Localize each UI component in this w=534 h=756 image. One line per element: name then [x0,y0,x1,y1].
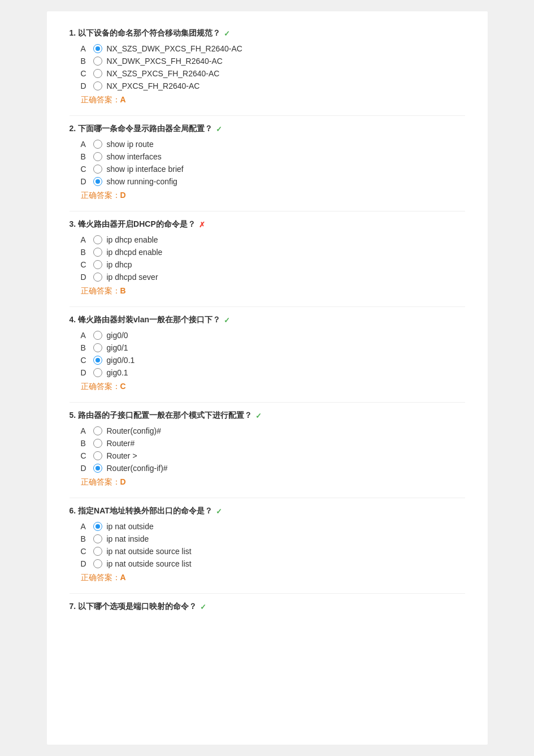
question-text-3: 3. 锋火路由器开启DHCP的命令是？ [70,219,196,230]
answer-label-2: 正确答案： [81,191,120,200]
answer-value-5: D [120,477,126,486]
answer-line-1: 正确答案：A [81,95,465,105]
option-item-1-B[interactable]: BNX_DWK_PXCS_FH_R2640-AC [81,57,465,66]
radio-icon-2-D[interactable] [93,177,102,186]
radio-icon-5-C[interactable] [93,451,102,460]
option-text-4-D: gig0.1 [107,368,128,377]
option-letter-3-A: A [81,235,93,244]
question-title-5: 5. 路由器的子接口配置一般在那个模式下进行配置？✓ [70,411,465,421]
question-mark-1: ✓ [224,29,230,38]
option-letter-2-C: C [81,165,93,174]
question-mark-3: ✗ [199,221,205,229]
option-item-6-A[interactable]: Aip nat outside [81,522,465,531]
option-item-1-C[interactable]: CNX_SZS_PXCS_FH_R2640-AC [81,69,465,78]
radio-icon-5-A[interactable] [93,426,102,435]
radio-icon-3-A[interactable] [93,235,102,244]
option-letter-6-A: A [81,522,93,531]
question-block-2: 2. 下面哪一条命令显示路由器全局配置？✓Ashow ip routeBshow… [70,124,465,201]
option-text-1-D: NX_PXCS_FH_R2640-AC [107,81,200,90]
option-item-1-D[interactable]: DNX_PXCS_FH_R2640-AC [81,81,465,90]
answer-value-2: D [120,191,126,200]
option-letter-1-B: B [81,57,93,66]
option-text-5-C: Router > [107,451,137,460]
option-item-6-B[interactable]: Bip nat inside [81,534,465,543]
option-letter-5-C: C [81,451,93,460]
divider-1 [70,115,465,116]
answer-label-4: 正确答案： [81,382,120,391]
radio-icon-2-B[interactable] [93,152,102,161]
question-block-5: 5. 路由器的子接口配置一般在那个模式下进行配置？✓ARouter(config… [70,411,465,487]
option-letter-3-C: C [81,260,93,269]
radio-icon-3-C[interactable] [93,260,102,269]
answer-line-4: 正确答案：C [81,382,465,392]
questions-container: 1. 以下设备的命名那个符合移动集团规范？✓ANX_SZS_DWK_PXCS_F… [70,28,465,612]
radio-icon-1-C[interactable] [93,69,102,78]
option-text-3-C: ip dhcp [107,260,132,269]
radio-icon-1-A[interactable] [93,44,102,53]
option-item-5-B[interactable]: BRouter# [81,439,465,448]
option-text-3-B: ip dhcpd enable [107,248,163,257]
radio-icon-3-B[interactable] [93,248,102,257]
radio-icon-4-A[interactable] [93,331,102,340]
options-list-2: Ashow ip routeBshow interfacesCshow ip i… [81,140,465,186]
option-item-5-C[interactable]: CRouter > [81,451,465,460]
option-letter-2-D: D [81,177,93,186]
question-text-1: 1. 以下设备的命名那个符合移动集团规范？ [70,28,221,38]
option-item-2-A[interactable]: Ashow ip route [81,140,465,149]
radio-icon-4-C[interactable] [93,356,102,365]
option-item-5-D[interactable]: DRouter(config-if)# [81,464,465,473]
option-item-3-C[interactable]: Cip dhcp [81,260,465,269]
radio-icon-5-D[interactable] [93,464,102,473]
option-item-2-D[interactable]: Dshow running-config [81,177,465,186]
radio-icon-1-D[interactable] [93,81,102,90]
question-mark-4: ✓ [224,316,230,325]
radio-icon-5-B[interactable] [93,439,102,448]
question-mark-2: ✓ [216,125,222,133]
option-text-5-A: Router(config)# [107,426,162,435]
option-letter-2-A: A [81,140,93,149]
radio-icon-6-D[interactable] [93,559,102,568]
radio-icon-6-A[interactable] [93,522,102,531]
option-letter-1-C: C [81,69,93,78]
radio-icon-4-B[interactable] [93,343,102,352]
option-item-2-B[interactable]: Bshow interfaces [81,152,465,161]
option-text-2-A: show ip route [107,140,154,149]
radio-icon-4-D[interactable] [93,368,102,377]
option-item-5-A[interactable]: ARouter(config)# [81,426,465,435]
radio-icon-1-B[interactable] [93,57,102,66]
question-block-4: 4. 锋火路由器封装vlan一般在那个接口下？✓Agig0/0Bgig0/1Cg… [70,315,465,392]
option-text-2-D: show running-config [107,177,177,186]
option-text-4-B: gig0/1 [107,343,128,352]
question-text-2: 2. 下面哪一条命令显示路由器全局配置？ [70,124,213,134]
radio-icon-2-C[interactable] [93,165,102,174]
divider-3 [70,306,465,307]
radio-icon-3-D[interactable] [93,273,102,282]
option-letter-4-D: D [81,368,93,377]
option-letter-1-D: D [81,81,93,90]
option-item-4-A[interactable]: Agig0/0 [81,331,465,340]
radio-icon-6-B[interactable] [93,534,102,543]
radio-icon-2-A[interactable] [93,140,102,149]
option-item-3-A[interactable]: Aip dhcp enable [81,235,465,244]
option-item-3-B[interactable]: Bip dhcpd enable [81,248,465,257]
option-item-4-D[interactable]: Dgig0.1 [81,368,465,377]
option-item-6-C[interactable]: Cip nat outside source list [81,547,465,556]
option-text-6-D: ip nat outside source list [107,559,192,568]
options-list-1: ANX_SZS_DWK_PXCS_FH_R2640-ACBNX_DWK_PXCS… [81,44,465,90]
answer-value-3: B [120,286,126,295]
content-card: 1. 以下设备的命名那个符合移动集团规范？✓ANX_SZS_DWK_PXCS_F… [47,11,488,745]
option-letter-3-D: D [81,273,93,282]
answer-label-1: 正确答案： [81,95,120,104]
option-item-4-B[interactable]: Bgig0/1 [81,343,465,352]
option-letter-4-A: A [81,331,93,340]
option-text-6-A: ip nat outside [107,522,154,531]
option-item-1-A[interactable]: ANX_SZS_DWK_PXCS_FH_R2640-AC [81,44,465,53]
option-item-3-D[interactable]: Dip dhcpd sever [81,273,465,282]
question-block-6: 6. 指定NAT地址转换外部出口的命令是？✓Aip nat outsideBip… [70,506,465,583]
option-item-6-D[interactable]: Dip nat outside source list [81,559,465,568]
radio-icon-6-C[interactable] [93,547,102,556]
option-item-2-C[interactable]: Cshow ip interface brief [81,165,465,174]
option-text-2-B: show interfaces [107,152,162,161]
option-item-4-C[interactable]: Cgig0/0.1 [81,356,465,365]
option-letter-6-C: C [81,547,93,556]
